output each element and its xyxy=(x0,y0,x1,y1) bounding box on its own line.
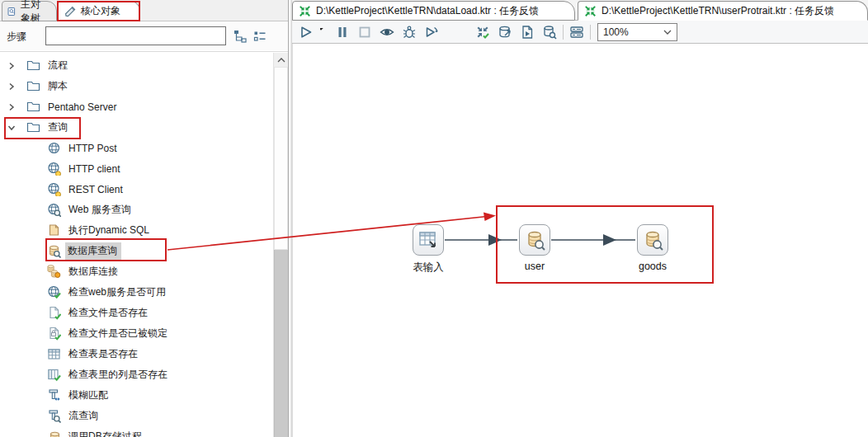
tree-item-http-client[interactable]: HTTP client xyxy=(0,158,288,179)
tree-item-fuzzy-match[interactable]: 模糊匹配 xyxy=(0,385,288,406)
database-lookup-icon xyxy=(524,229,546,251)
folder-icon xyxy=(26,120,40,134)
preview-eye-icon xyxy=(380,25,394,40)
stop-button[interactable] xyxy=(356,23,374,41)
step-search-input[interactable] xyxy=(45,26,226,45)
tree-item-check-file-exists[interactable]: 检查文件是否存在 xyxy=(0,303,288,323)
chevron-right-icon xyxy=(7,61,17,71)
tab-dataload-ktr[interactable]: D:\KettleProject\KettleTRN\dataLoad.ktr … xyxy=(292,1,575,21)
left-panel: 主对象树 核心对象 步骤 流程 xyxy=(0,0,289,437)
folder-icon xyxy=(26,79,40,93)
chevron-right-icon xyxy=(7,102,17,112)
globe-coin-icon xyxy=(47,182,61,196)
scroll-up-button[interactable] xyxy=(274,53,288,67)
sort-view-icon xyxy=(252,29,267,44)
step-table-input[interactable] xyxy=(413,224,444,256)
step-goods-db-lookup[interactable] xyxy=(637,224,668,256)
sort-view-button[interactable] xyxy=(252,28,268,45)
explore-database-icon xyxy=(542,25,557,40)
transformation-toolbar: 100% xyxy=(292,21,868,44)
tree-item-check-table-exists[interactable]: 检查表是否存在 xyxy=(0,344,288,364)
zoom-select[interactable]: 100% xyxy=(597,23,677,41)
tree-item-dynamic-sql[interactable]: 执行Dynamic SQL xyxy=(0,220,288,241)
globe-icon xyxy=(47,141,61,155)
globe-check-icon xyxy=(47,285,61,299)
toolbar-separator xyxy=(563,25,564,40)
table-input-icon xyxy=(417,229,440,251)
show-results-button[interactable] xyxy=(568,23,586,41)
chevron-right-icon xyxy=(7,82,17,92)
zoom-value: 100% xyxy=(603,26,629,38)
tree-item-database-lookup[interactable]: 数据库查询 xyxy=(0,241,288,261)
tree-scrollbar[interactable] xyxy=(273,53,287,437)
pencil-icon xyxy=(64,5,77,18)
run-icon xyxy=(299,25,314,40)
tree-item-check-file-locked[interactable]: 检查文件是否已被锁定 xyxy=(0,323,288,344)
tree-item-web-service-lookup[interactable]: Web 服务查询 xyxy=(0,200,288,220)
file-check-icon xyxy=(47,306,61,320)
stream-search-icon xyxy=(47,409,61,423)
preview-button[interactable] xyxy=(378,23,396,41)
verify-icon xyxy=(475,25,490,40)
toolbar-separator xyxy=(590,25,591,40)
step-search-row: 步骤 xyxy=(0,21,288,50)
verify-button[interactable] xyxy=(474,23,492,41)
tree-item-stream-lookup[interactable]: 流查询 xyxy=(0,406,288,426)
tree-folder-lookup[interactable]: 查询 xyxy=(0,117,288,138)
kettle-icon xyxy=(299,5,311,17)
tree-item-db-procedure[interactable]: 调用DB存储过程 xyxy=(0,426,288,437)
tab-core-objects[interactable]: 核心对象 xyxy=(58,1,140,21)
scroll-icon xyxy=(47,223,61,237)
left-tab-bar: 主对象树 核心对象 xyxy=(0,0,288,21)
explore-database-button[interactable] xyxy=(540,23,559,41)
tab-main-object-tree[interactable]: 主对象树 xyxy=(2,1,57,21)
tree-item-database-join[interactable]: 数据库连接 xyxy=(0,261,288,282)
tab-userprotrait-ktr[interactable]: D:\KettleProject\KettleTRN\userProtrait.… xyxy=(578,1,868,21)
debug-bug-icon xyxy=(402,25,417,40)
database-link-icon xyxy=(47,265,61,279)
database-proc-icon xyxy=(47,430,61,437)
run-options-button[interactable] xyxy=(319,23,329,41)
scrollbar-thumb[interactable] xyxy=(274,67,288,250)
tree-item-rest-client[interactable]: REST Client xyxy=(0,179,288,200)
steps-label: 步骤 xyxy=(7,30,26,44)
chevron-down-icon xyxy=(7,123,17,133)
file-lock-icon xyxy=(47,327,61,341)
tree-folder-pentaho-server[interactable]: Pentaho Server xyxy=(0,96,288,117)
show-results-icon xyxy=(569,25,584,40)
caret-down-icon xyxy=(320,25,328,40)
hierarchy-view-icon xyxy=(233,29,248,44)
debug-button[interactable] xyxy=(400,23,418,41)
table-icon xyxy=(47,347,61,361)
scrollbar-track[interactable] xyxy=(274,250,288,437)
step-label: 表输入 xyxy=(395,261,461,275)
pause-button[interactable] xyxy=(333,23,351,41)
step-user-db-lookup[interactable] xyxy=(519,224,550,256)
folder-icon xyxy=(26,59,40,73)
spoon-window: 主对象树 核心对象 步骤 流程 xyxy=(0,0,868,437)
globe-search-icon xyxy=(47,203,61,217)
tree-item-check-webservice[interactable]: 检查web服务是否可用 xyxy=(0,282,288,303)
sql-button[interactable] xyxy=(518,23,536,41)
replay-button[interactable] xyxy=(422,23,441,41)
impact-button[interactable] xyxy=(496,23,514,41)
tree-item-http-post[interactable]: HTTP Post xyxy=(0,138,288,158)
tree-folder-flow[interactable]: 流程 xyxy=(0,55,288,76)
pause-icon xyxy=(335,25,350,40)
transformation-canvas[interactable] xyxy=(292,44,868,437)
run-button[interactable] xyxy=(297,23,315,41)
document-search-icon xyxy=(7,5,17,18)
database-lookup-icon xyxy=(642,229,664,251)
globe-coin-icon xyxy=(47,162,61,176)
tree-item-check-column-exists[interactable]: 检查表里的列是否存在 xyxy=(0,364,288,385)
hierarchy-view-button[interactable] xyxy=(232,28,248,45)
tree-folder-script[interactable]: 脚本 xyxy=(0,76,288,96)
core-objects-tree: 流程 脚本 Pentaho Server 查询 HTTP Post xyxy=(0,51,288,437)
kettle-icon xyxy=(584,5,597,17)
folder-icon xyxy=(26,100,40,114)
impact-icon xyxy=(498,25,512,40)
transformation-tab-bar: D:\KettleProject\KettleTRN\dataLoad.ktr … xyxy=(292,0,868,21)
chevron-down-icon xyxy=(663,30,672,35)
step-label: goods xyxy=(620,261,686,272)
right-panel: D:\KettleProject\KettleTRN\dataLoad.ktr … xyxy=(292,0,868,437)
